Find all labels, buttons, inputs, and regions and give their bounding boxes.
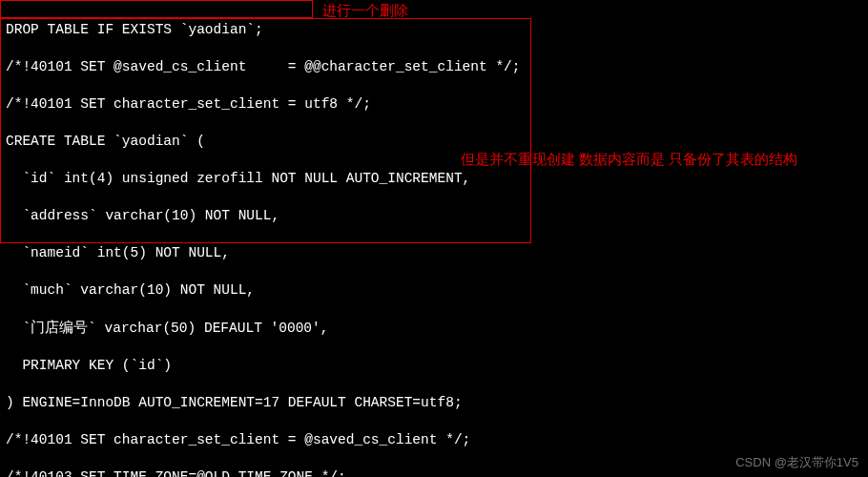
sql-line: `id` int(4) unsigned zerofill NOT NULL A… [6, 170, 862, 189]
sql-line: PRIMARY KEY (`id`) [6, 357, 862, 376]
sql-line: /*!40101 SET @saved_cs_client = @@charac… [6, 58, 862, 77]
sql-line: `much` varchar(10) NOT NULL, [6, 281, 862, 301]
sql-line: CREATE TABLE `yaodian` ( [6, 133, 862, 152]
sql-line: ) ENGINE=InnoDB AUTO_INCREMENT=17 DEFAUL… [6, 394, 862, 413]
sql-line: `address` varchar(10) NOT NULL, [6, 207, 862, 226]
terminal-output[interactable]: DROP TABLE IF EXISTS `yaodian`; /*!40101… [0, 0, 868, 477]
sql-line: DROP TABLE IF EXISTS `yaodian`; [6, 21, 862, 40]
sql-line: `门店编号` varchar(50) DEFAULT '0000', [6, 320, 862, 339]
sql-line: /*!40103 SET TIME_ZONE=@OLD_TIME_ZONE */… [6, 468, 862, 477]
sql-line: /*!40101 SET character_set_client = utf8… [6, 95, 862, 114]
sql-line: /*!40101 SET character_set_client = @sav… [6, 431, 862, 450]
sql-line: `nameid` int(5) NOT NULL, [6, 244, 862, 263]
watermark: CSDN @老汉带你1V5 [735, 454, 858, 471]
